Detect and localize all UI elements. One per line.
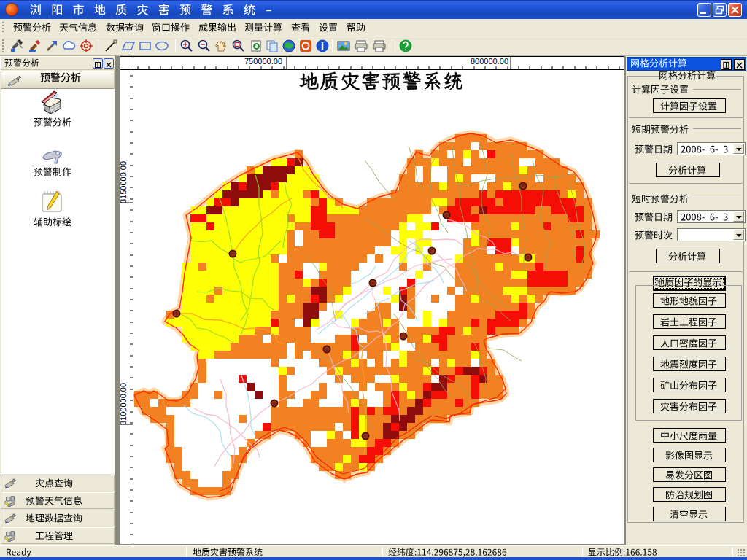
svg-text:800000.00: 800000.00 <box>471 57 508 66</box>
svg-text:750000.00: 750000.00 <box>244 57 282 66</box>
svg-text:3100000.00: 3100000.00 <box>120 383 128 425</box>
svg-text:3150000.00: 3150000.00 <box>120 161 128 203</box>
